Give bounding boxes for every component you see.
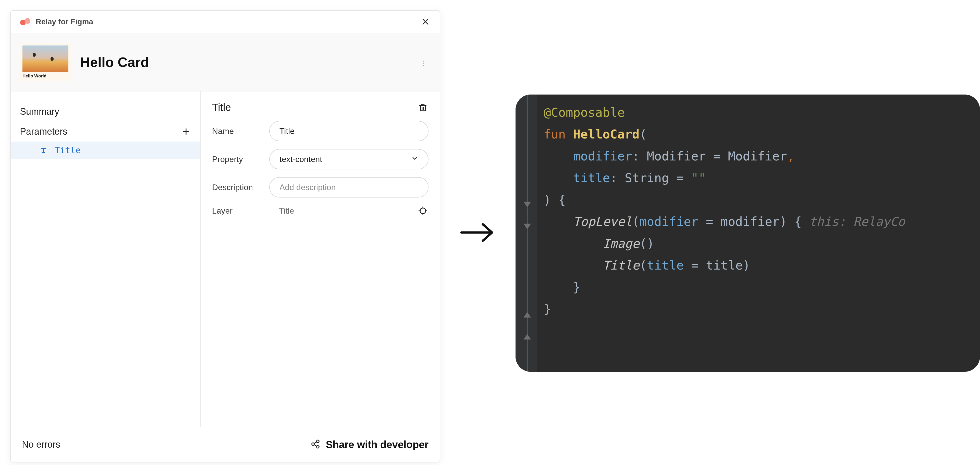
fold-marker-icon[interactable] xyxy=(523,223,532,232)
code-token: ) { xyxy=(544,193,566,207)
code-token: "" xyxy=(691,171,706,185)
sidebar-parameters-header: Parameters xyxy=(11,121,200,142)
plugin-title: Relay for Figma xyxy=(36,18,93,26)
code-token: fun xyxy=(544,127,566,141)
summary-label: Summary xyxy=(20,106,59,117)
svg-marker-11 xyxy=(524,312,531,318)
fold-marker-icon[interactable] xyxy=(523,332,532,341)
sidebar: Summary Parameters xyxy=(11,91,201,427)
relay-plugin-panel: Relay for Figma Hello World Hello Card xyxy=(10,10,440,462)
code-token: String xyxy=(625,171,669,185)
code-token: modifier xyxy=(640,214,698,229)
panel-body: Summary Parameters xyxy=(11,91,440,427)
code-content: @Composable fun HelloCard( modifier: Mod… xyxy=(537,94,980,372)
svg-point-2 xyxy=(423,61,424,62)
description-label: Description xyxy=(212,183,263,192)
add-parameter-button[interactable] xyxy=(181,126,191,137)
detail-heading: Title xyxy=(212,102,231,113)
svg-marker-10 xyxy=(524,224,531,229)
card-thumbnail: Hello World xyxy=(20,43,71,81)
svg-marker-9 xyxy=(524,202,531,208)
thumbnail-image xyxy=(22,45,68,72)
share-icon xyxy=(310,439,320,450)
property-select[interactable]: text-content xyxy=(269,149,428,169)
name-input[interactable] xyxy=(269,121,428,141)
sidebar-summary[interactable]: Summary xyxy=(11,102,200,121)
code-token: Modifier xyxy=(647,149,706,163)
chevron-down-icon xyxy=(411,155,418,164)
code-inline-hint: this: RelayCo xyxy=(809,214,905,229)
layer-label: Layer xyxy=(212,206,263,216)
code-token: Image xyxy=(603,236,640,251)
name-label: Name xyxy=(212,126,263,136)
field-name-row: Name xyxy=(212,121,428,141)
fold-marker-icon[interactable] xyxy=(523,201,532,210)
error-status: No errors xyxy=(22,439,60,450)
property-label: Property xyxy=(212,155,263,164)
detail-header: Title xyxy=(212,102,428,113)
field-property-row: Property text-content xyxy=(212,149,428,169)
code-token: modifier xyxy=(573,149,632,163)
property-value: text-content xyxy=(280,155,322,164)
card-title: Hello Card xyxy=(80,54,149,70)
svg-point-3 xyxy=(423,63,424,64)
svg-point-5 xyxy=(420,208,426,214)
parameter-name: Title xyxy=(55,145,81,155)
code-token: } xyxy=(573,280,581,294)
share-with-developer-button[interactable]: Share with developer xyxy=(310,439,428,451)
layer-value: Title xyxy=(269,206,411,216)
code-gutter xyxy=(515,94,537,372)
delete-icon[interactable] xyxy=(417,102,428,113)
relay-logo-icon xyxy=(20,18,31,26)
fold-marker-icon[interactable] xyxy=(523,310,532,320)
code-token: ( xyxy=(640,127,647,141)
locate-layer-icon[interactable] xyxy=(417,205,428,216)
code-token: HelloCard xyxy=(573,127,640,141)
svg-point-1 xyxy=(25,18,30,24)
code-token: } xyxy=(544,302,551,316)
parameter-detail: Title Name Property text-content xyxy=(201,91,440,427)
text-type-icon xyxy=(39,146,48,154)
code-token: Modifier xyxy=(728,149,787,163)
field-description-row: Description xyxy=(212,177,428,198)
field-layer-row: Layer Title xyxy=(212,205,428,216)
parameters-label: Parameters xyxy=(20,126,67,137)
code-token: title xyxy=(573,171,610,185)
panel-footer: No errors Share with developer xyxy=(11,427,440,462)
code-token: title xyxy=(647,258,684,272)
share-label: Share with developer xyxy=(326,439,428,451)
plugin-titlebar: Relay for Figma xyxy=(11,11,440,33)
code-token: TopLevel xyxy=(573,214,632,229)
svg-point-4 xyxy=(423,65,424,66)
close-icon[interactable] xyxy=(420,17,431,27)
code-token: Title xyxy=(603,258,640,272)
arrow-right-icon xyxy=(460,220,495,245)
card-header: Hello World Hello Card xyxy=(11,33,440,91)
parameter-item-title[interactable]: Title xyxy=(11,142,200,159)
description-input[interactable] xyxy=(269,177,428,198)
code-token: @Composable xyxy=(544,105,625,120)
generated-code-card: @Composable fun HelloCard( modifier: Mod… xyxy=(515,94,980,372)
overflow-menu-icon[interactable] xyxy=(418,56,431,68)
svg-marker-12 xyxy=(524,334,531,340)
thumbnail-caption: Hello World xyxy=(22,74,68,79)
